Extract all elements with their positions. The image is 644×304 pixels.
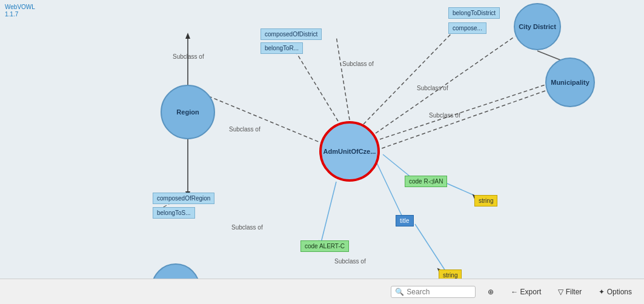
edge-label-subclass1: Subclass of bbox=[173, 53, 204, 60]
filter-button[interactable]: ▽ Filter bbox=[553, 286, 586, 298]
export-label: ← Export bbox=[511, 288, 541, 296]
search-box[interactable]: 🔍 bbox=[391, 286, 476, 298]
prop-belongToR[interactable]: belongToR... bbox=[261, 42, 303, 54]
svg-line-23 bbox=[382, 91, 545, 148]
prop-compose[interactable]: compose... bbox=[448, 22, 486, 34]
svg-line-0 bbox=[203, 94, 327, 145]
compass-button[interactable]: ⊕ bbox=[483, 286, 499, 298]
edge-label-subclass5: Subclass of bbox=[229, 126, 261, 133]
prop-string-bottom[interactable]: string bbox=[439, 269, 462, 279]
svg-marker-9 bbox=[185, 33, 190, 39]
prop-codeRuian[interactable]: code R◁IAN bbox=[405, 176, 447, 187]
prop-belongToDistrict[interactable]: belongToDistrict bbox=[448, 7, 500, 19]
options-button[interactable]: ✦ Options bbox=[594, 286, 637, 298]
node-municipality[interactable]: Municipality bbox=[545, 58, 595, 107]
edge-label-subclass7: Subclass of bbox=[334, 258, 366, 265]
svg-line-15 bbox=[321, 182, 336, 242]
edge-label-subclass3: Subclass of bbox=[417, 85, 448, 91]
app-name: WebVOWL bbox=[5, 4, 35, 11]
svg-line-4 bbox=[380, 85, 545, 139]
node-city-district-label: City District bbox=[519, 23, 556, 30]
export-button[interactable]: ← Export bbox=[506, 286, 546, 298]
prop-string-top[interactable]: string bbox=[474, 195, 497, 207]
edge-label-subclass4: Subclass of bbox=[429, 112, 460, 119]
prop-title[interactable]: title bbox=[396, 215, 414, 226]
prop-composedOfRegion[interactable]: composedOfRegion bbox=[153, 193, 214, 204]
app-title: WebVOWL 1.1.7 bbox=[5, 4, 35, 18]
app-version: 1.1.7 bbox=[5, 11, 35, 18]
node-municipality-label: Municipality bbox=[551, 79, 589, 86]
svg-line-2 bbox=[363, 24, 460, 124]
node-city-district[interactable]: City District bbox=[514, 3, 561, 50]
toolbar: 🔍 ⊕ ← Export ▽ Filter ✦ Options bbox=[0, 279, 644, 304]
node-region[interactable]: Region bbox=[161, 85, 215, 139]
search-input[interactable] bbox=[407, 288, 471, 296]
options-label: ✦ Options bbox=[599, 288, 632, 296]
svg-line-5 bbox=[336, 36, 350, 120]
svg-line-19 bbox=[415, 224, 446, 273]
prop-belongToS[interactable]: belongToS... bbox=[153, 207, 195, 219]
node-adm[interactable]: AdmUnitOfCze... bbox=[319, 121, 380, 182]
canvas: WebVOWL 1.1.7 bbox=[0, 0, 644, 279]
edge-label-subclass2: Subclass of bbox=[342, 61, 374, 67]
svg-line-1 bbox=[291, 44, 338, 121]
compass-icon: ⊕ bbox=[488, 288, 494, 296]
filter-label: ▽ Filter bbox=[558, 288, 582, 296]
svg-line-13 bbox=[376, 160, 403, 218]
node-region-label: Region bbox=[176, 108, 199, 116]
prop-codeAlertC[interactable]: code ALERT-C bbox=[300, 240, 349, 252]
node-adm-label: AdmUnitOfCze... bbox=[324, 148, 376, 155]
prop-composedOfDistrict[interactable]: composedOfDistrict bbox=[261, 28, 322, 40]
edge-label-subclass6: Subclass of bbox=[231, 224, 263, 231]
node-partial-bottom[interactable] bbox=[151, 263, 200, 279]
search-icon: 🔍 bbox=[395, 288, 404, 296]
